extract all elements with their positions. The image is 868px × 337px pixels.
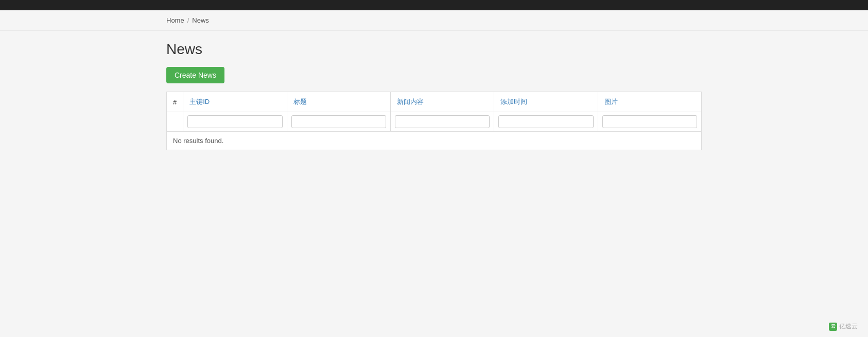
breadcrumb-separator: / — [187, 16, 189, 24]
col-header-title[interactable]: 标题 — [287, 92, 390, 112]
breadcrumb-current: News — [192, 16, 209, 24]
col-header-add-time[interactable]: 添加时间 — [494, 92, 598, 112]
filter-cell-hash — [167, 112, 183, 132]
filter-cell-title — [287, 112, 390, 132]
filter-input-image[interactable] — [602, 115, 697, 128]
no-results-cell: No results found. — [167, 132, 701, 150]
filter-input-title[interactable] — [291, 115, 386, 128]
top-bar — [0, 0, 868, 10]
breadcrumb-home-link[interactable]: Home — [166, 16, 184, 24]
watermark-text: 亿速云 — [839, 322, 858, 331]
breadcrumb-bar: Home / News — [0, 10, 868, 31]
table-filter-row — [167, 112, 701, 132]
breadcrumb: Home / News — [166, 16, 702, 24]
col-header-primary-id[interactable]: 主键ID — [183, 92, 287, 112]
page-title: News — [166, 41, 702, 58]
watermark: 云 亿速云 — [829, 322, 858, 331]
watermark-icon: 云 — [829, 323, 837, 331]
filter-input-primary-id[interactable] — [187, 115, 282, 128]
no-results-row: No results found. — [167, 132, 701, 150]
filter-cell-content — [390, 112, 494, 132]
filter-cell-primary-id — [183, 112, 287, 132]
col-header-image[interactable]: 图片 — [598, 92, 701, 112]
col-header-content[interactable]: 新闻内容 — [390, 92, 494, 112]
col-header-hash[interactable]: # — [167, 92, 183, 112]
filter-cell-image — [598, 112, 701, 132]
news-table: # 主键ID 标题 新闻内容 添加时间 图片 — [167, 92, 701, 150]
table-header-row: # 主键ID 标题 新闻内容 添加时间 图片 — [167, 92, 701, 112]
news-table-container: # 主键ID 标题 新闻内容 添加时间 图片 — [166, 92, 702, 150]
filter-input-content[interactable] — [395, 115, 490, 128]
filter-input-add-time[interactable] — [498, 115, 593, 128]
filter-cell-add-time — [494, 112, 598, 132]
main-content: News Create News # 主键ID 标题 新闻内容 添加时间 图片 — [161, 31, 707, 161]
create-news-button[interactable]: Create News — [166, 67, 224, 83]
